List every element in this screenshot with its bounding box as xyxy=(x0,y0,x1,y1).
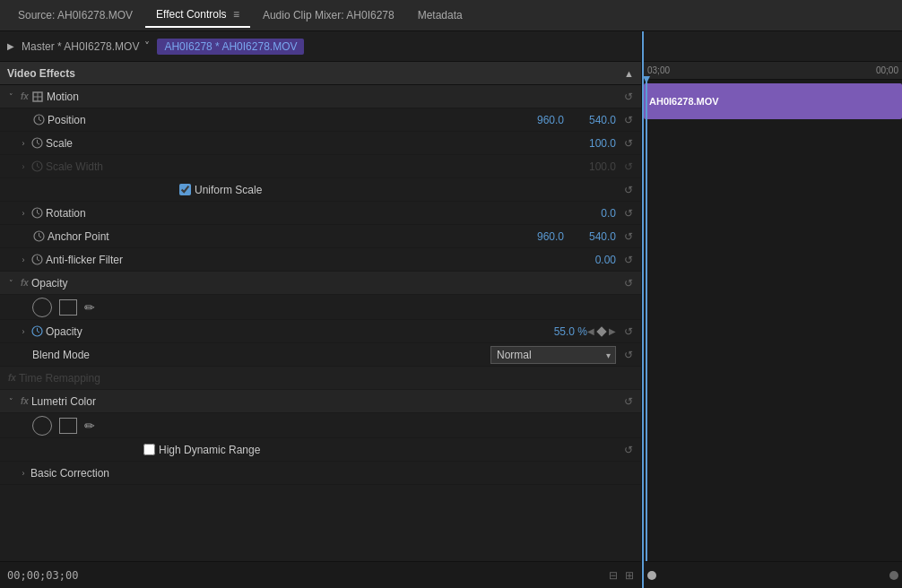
opacity-value[interactable]: 55.0 % xyxy=(542,325,587,338)
lumetri-pen-mask-icon[interactable]: ✏ xyxy=(84,419,95,433)
opacity-group-header[interactable]: ˅ fx Opacity ↺ xyxy=(0,272,641,295)
antiflicker-chevron-icon[interactable]: › xyxy=(18,255,29,265)
opacity-reset-button[interactable]: ↺ xyxy=(621,324,636,339)
timeline-nav-start[interactable] xyxy=(647,571,656,580)
master-label: Master * AH0I6278.MOV xyxy=(22,40,139,53)
antiflicker-value[interactable]: 0.00 xyxy=(571,254,616,266)
scale-width-label: Scale Width xyxy=(46,160,571,173)
tab-audio-clip-mixer[interactable]: Audio Clip Mixer: AH0I6278 xyxy=(252,4,405,27)
right-panel: 03;00 00;00 AH0I6278.MOV xyxy=(644,31,902,588)
rotation-reset-button[interactable]: ↺ xyxy=(621,206,636,220)
tab-metadata[interactable]: Metadata xyxy=(407,4,473,27)
scale-clock-icon[interactable] xyxy=(30,137,43,150)
antiflicker-reset-button[interactable]: ↺ xyxy=(621,253,636,267)
anchor-reset-button[interactable]: ↺ xyxy=(621,229,636,244)
uniform-scale-reset-button[interactable]: ↺ xyxy=(621,183,636,197)
opacity-label: Opacity xyxy=(46,325,542,338)
section-collapse-button[interactable]: ▲ xyxy=(624,68,634,79)
lumetri-reset-button[interactable]: ↺ xyxy=(621,394,636,409)
timeline-content[interactable]: AH0I6278.MOV xyxy=(644,80,902,561)
zoom-in-icon[interactable]: ⊞ xyxy=(625,569,634,582)
motion-group-header[interactable]: ˅ fx Motion ↺ xyxy=(0,85,641,108)
position-reset-button[interactable]: ↺ xyxy=(621,113,636,127)
blend-mode-reset-button[interactable]: ↺ xyxy=(621,348,636,362)
keyframe-next-button[interactable]: ▶ xyxy=(609,326,616,336)
motion-transform-icon xyxy=(31,91,44,103)
antiflicker-clock-icon[interactable] xyxy=(30,254,43,266)
hdr-label: High Dynamic Range xyxy=(159,444,260,456)
bottom-bar: 00;00;03;00 ⊟ ⊞ xyxy=(0,561,641,588)
uniform-scale-label: Uniform Scale xyxy=(195,184,262,196)
uniform-scale-checkbox[interactable] xyxy=(179,184,191,195)
position-row: Position 960.0 540.0 ↺ xyxy=(0,108,641,132)
blend-mode-select-wrapper[interactable]: Normal Dissolve Darken Multiply Screen O… xyxy=(490,346,616,364)
basic-correction-chevron-icon[interactable]: › xyxy=(18,468,29,479)
timecode-display: 00;00;03;00 xyxy=(7,569,78,582)
keyframe-prev-button[interactable]: ◀ xyxy=(587,326,594,336)
time-remapping-fx-badge: fx xyxy=(8,373,16,383)
anchor-y-value[interactable]: 540.0 xyxy=(571,230,616,243)
tab-source[interactable]: Source: AH0I6278.MOV xyxy=(7,4,143,27)
hdr-checkbox[interactable] xyxy=(143,444,155,455)
hdr-checkbox-wrapper[interactable]: High Dynamic Range xyxy=(143,444,260,456)
timeline-clip[interactable]: AH0I6278.MOV xyxy=(644,83,902,119)
blend-mode-row: Blend Mode Normal Dissolve Darken Multip… xyxy=(0,343,641,367)
lumetri-rect-mask-icon[interactable] xyxy=(59,418,77,434)
lumetri-fx-badge: fx xyxy=(21,396,29,406)
lumetri-ellipse-mask-icon[interactable] xyxy=(32,416,52,436)
position-clock-icon[interactable] xyxy=(32,114,45,126)
scale-label: Scale xyxy=(46,137,571,150)
timeline-bottom xyxy=(644,561,902,588)
blend-mode-select[interactable]: Normal Dissolve Darken Multiply Screen O… xyxy=(490,346,616,364)
opacity-clock-icon[interactable] xyxy=(30,325,43,338)
tab-effect-controls[interactable]: Effect Controls ≡ xyxy=(145,3,250,28)
timeline-scrubber[interactable] xyxy=(646,80,647,561)
anchor-point-row: Anchor Point 960.0 540.0 ↺ xyxy=(0,225,641,248)
fx-badge: fx xyxy=(21,91,29,101)
position-y-value[interactable]: 540.0 xyxy=(571,114,616,126)
play-icon[interactable]: ▶ xyxy=(7,41,14,51)
antiflicker-row: › Anti-flicker Filter 0.00 ↺ xyxy=(0,248,641,272)
time-remapping-label: Time Remapping xyxy=(19,372,636,385)
scale-reset-button[interactable]: ↺ xyxy=(621,136,636,151)
rotation-clock-icon[interactable] xyxy=(30,207,43,220)
timeline-nav-end[interactable] xyxy=(889,571,898,580)
rect-mask-icon[interactable] xyxy=(59,299,77,316)
timeline-ruler: 03;00 00;00 xyxy=(644,62,902,80)
time-remapping-header[interactable]: fx Time Remapping xyxy=(0,367,641,390)
opacity-row-chevron-icon[interactable]: › xyxy=(18,326,29,337)
rotation-chevron-icon[interactable]: › xyxy=(18,208,29,219)
zoom-out-icon[interactable]: ⊟ xyxy=(609,569,618,582)
anchor-x-value[interactable]: 960.0 xyxy=(519,230,564,243)
blend-mode-label: Blend Mode xyxy=(5,349,90,361)
hdr-reset-button[interactable]: ↺ xyxy=(621,443,636,457)
svg-line-5 xyxy=(39,120,41,122)
svg-line-23 xyxy=(37,332,39,333)
uniform-scale-checkbox-wrapper[interactable]: Uniform Scale xyxy=(179,184,262,196)
clip-label[interactable]: AH0I6278 * AH0I6278.MOV xyxy=(157,39,304,55)
subheader: ▶ Master * AH0I6278.MOV ˅ AH0I6278 * AH0… xyxy=(0,31,641,62)
scale-chevron-icon[interactable]: › xyxy=(18,138,29,149)
motion-chevron-icon: ˅ xyxy=(5,91,16,102)
scale-value[interactable]: 100.0 xyxy=(571,137,616,150)
scale-width-clock-icon xyxy=(30,160,43,173)
opacity-group-reset-button[interactable]: ↺ xyxy=(621,276,636,290)
scale-width-value: 100.0 xyxy=(571,160,616,173)
bottom-icons: ⊟ ⊞ xyxy=(609,569,634,582)
anchor-clock-icon[interactable] xyxy=(32,230,45,243)
master-dropdown-icon[interactable]: ˅ xyxy=(144,40,150,53)
keyframe-diamond[interactable] xyxy=(596,326,606,336)
video-effects-title: Video Effects xyxy=(7,67,75,80)
motion-reset-button[interactable]: ↺ xyxy=(621,90,636,104)
lumetri-group-header[interactable]: ˅ fx Lumetri Color ↺ xyxy=(0,390,641,413)
lumetri-icons-row: ✏ xyxy=(0,413,641,438)
pen-mask-icon[interactable]: ✏ xyxy=(84,300,95,315)
main-layout: ▶ Master * AH0I6278.MOV ˅ AH0I6278 * AH0… xyxy=(0,31,902,588)
opacity-fx-badge: fx xyxy=(21,278,29,288)
ellipse-mask-icon[interactable] xyxy=(32,298,52,317)
position-x-value[interactable]: 960.0 xyxy=(519,114,564,126)
opacity-chevron-icon: ˅ xyxy=(5,278,16,289)
menu-icon[interactable]: ≡ xyxy=(233,8,239,21)
video-effects-section-header: Video Effects ▲ xyxy=(0,62,641,85)
rotation-value[interactable]: 0.0 xyxy=(571,207,616,220)
